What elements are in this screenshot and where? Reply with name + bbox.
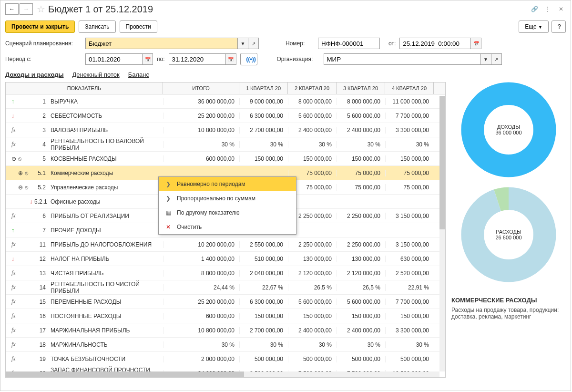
col-total[interactable]: ИТОГО bbox=[163, 83, 239, 94]
cell-q3[interactable]: 5 600 000,00 bbox=[337, 113, 385, 119]
cell-q4[interactable]: 30 % bbox=[385, 141, 434, 148]
calendar-icon[interactable]: 📅 bbox=[471, 38, 481, 49]
cell-q1[interactable]: 2 700 000,00 bbox=[239, 127, 288, 134]
cell-q2[interactable]: 2 120 000,00 bbox=[288, 270, 337, 277]
table-row[interactable]: fx14РЕНТАБЕЛЬНОСТЬ ПО ЧИСТОЙ ПРИБЫЛИ24,4… bbox=[6, 280, 445, 295]
link-icon[interactable]: 🔗 bbox=[530, 4, 539, 14]
ctx-even-periods[interactable]: ❯Равномерно по периодам bbox=[159, 177, 296, 191]
cell-q1[interactable]: 9 000 000,00 bbox=[239, 98, 288, 105]
cell-q4[interactable]: 2 520 000,00 bbox=[385, 270, 434, 277]
cell-q2[interactable]: 30 % bbox=[288, 341, 337, 348]
col-q1[interactable]: 1 КВАРТАЛ 20 bbox=[239, 83, 288, 94]
cell-q3[interactable]: 2 400 000,00 bbox=[337, 127, 385, 134]
more-icon[interactable]: ⋮ bbox=[543, 4, 552, 14]
submit-close-button[interactable]: Провести и закрыть bbox=[5, 21, 75, 33]
cell-q3[interactable]: 5 600 000,00 bbox=[337, 299, 385, 305]
cell-q3[interactable]: 500 000,00 bbox=[337, 356, 385, 362]
cell-q1[interactable]: 30 % bbox=[239, 341, 288, 348]
cell-q2[interactable]: 8 000 000,00 bbox=[288, 98, 337, 105]
cell-q2[interactable]: 150 000,00 bbox=[288, 155, 337, 162]
cell-q2[interactable]: 500 000,00 bbox=[288, 356, 337, 362]
cell-q4[interactable]: 150 000,00 bbox=[385, 155, 434, 162]
cell-q4[interactable]: 11 000 000,00 bbox=[385, 98, 434, 105]
table-row[interactable]: fx13ЧИСТАЯ ПРИБЫЛЬ8 800 000,002 040 000,… bbox=[6, 266, 445, 280]
cell-q3[interactable]: 26,5 % bbox=[337, 284, 385, 291]
cell-q2[interactable]: 130 000,00 bbox=[288, 256, 337, 262]
ctx-proportional[interactable]: ❯Пропорционально по суммам bbox=[159, 191, 296, 206]
favorite-icon[interactable]: ☆ bbox=[37, 3, 45, 15]
cell-total[interactable]: 8 800 000,00 bbox=[163, 270, 239, 277]
table-row[interactable]: ↓12НАЛОГ НА ПРИБЫЛЬ1 400 000,00510 000,0… bbox=[6, 252, 445, 266]
cell-q4[interactable]: 75 000,00 bbox=[385, 170, 434, 176]
cell-q1[interactable]: 150 000,00 bbox=[239, 313, 288, 320]
cell-q1[interactable]: 30 % bbox=[239, 141, 288, 148]
cell-q3[interactable]: 150 000,00 bbox=[337, 313, 385, 320]
col-q3[interactable]: 3 КВАРТАЛ 20 bbox=[337, 83, 385, 94]
dropdown-icon[interactable]: ▼ bbox=[481, 53, 491, 65]
date-input[interactable] bbox=[399, 38, 471, 49]
cell-q4[interactable]: 3 150 000,00 bbox=[385, 213, 434, 219]
table-row[interactable]: fx17МАРЖИНАЛЬНАЯ ПРИБЫЛЬ10 800 000,002 7… bbox=[6, 323, 445, 338]
cell-q1[interactable]: 510 000,00 bbox=[239, 256, 288, 262]
tab-income-expenses[interactable]: Доходы и расходы bbox=[5, 71, 64, 78]
cell-q2[interactable]: 2 250 000,00 bbox=[288, 241, 337, 248]
cell-q1[interactable]: 22,67 % bbox=[239, 284, 288, 291]
cell-q3[interactable]: 30 % bbox=[337, 141, 385, 148]
table-row[interactable]: ↓2СЕБЕСТОИМОСТЬ25 200 000,006 300 000,00… bbox=[6, 109, 445, 123]
cell-q2[interactable]: 5 600 000,00 bbox=[288, 299, 337, 305]
dropdown-icon[interactable]: ▼ bbox=[238, 38, 248, 49]
cell-q4[interactable]: 30 % bbox=[385, 341, 434, 348]
number-input[interactable] bbox=[318, 38, 380, 49]
table-row[interactable]: fx19ТОЧКА БЕЗУБЫТОЧНОСТИ2 000 000,00500 … bbox=[6, 352, 445, 366]
calendar-icon[interactable]: 📅 bbox=[143, 53, 153, 65]
cell-total[interactable]: 1 400 000,00 bbox=[163, 256, 239, 262]
cell-total[interactable]: 10 200 000,00 bbox=[163, 241, 239, 248]
cell-total[interactable]: 25 200 000,00 bbox=[163, 299, 239, 305]
col-indicator[interactable]: ПОКАЗАТЕЛЬ bbox=[6, 83, 163, 94]
cell-q2[interactable]: 30 % bbox=[288, 141, 337, 148]
cell-q2[interactable]: 2 400 000,00 bbox=[288, 327, 337, 334]
help-button[interactable]: ? bbox=[552, 21, 566, 33]
back-button[interactable]: ← bbox=[5, 3, 19, 15]
cell-q2[interactable]: 5 600 000,00 bbox=[288, 113, 337, 119]
scenario-input[interactable] bbox=[85, 38, 238, 49]
cell-q2[interactable]: 26,5 % bbox=[288, 284, 337, 291]
cell-q3[interactable]: 2 250 000,00 bbox=[337, 241, 385, 248]
cell-q2[interactable]: 75 000,00 bbox=[288, 170, 337, 176]
cell-total[interactable]: 30 % bbox=[163, 341, 239, 348]
cell-q1[interactable]: 2 700 000,00 bbox=[239, 327, 288, 334]
cell-q4[interactable]: 7 700 000,00 bbox=[385, 113, 434, 119]
table-row[interactable]: fx16ПОСТОЯННЫЕ РАСХОДЫ600 000,00150 000,… bbox=[6, 309, 445, 323]
cell-q4[interactable]: 75 000,00 bbox=[385, 184, 434, 191]
cell-total[interactable]: 2 000 000,00 bbox=[163, 356, 239, 362]
cell-q1[interactable]: 2 040 000,00 bbox=[239, 270, 288, 277]
cell-q4[interactable]: 630 000,00 bbox=[385, 256, 434, 262]
broadcast-button[interactable]: ((•)) bbox=[240, 53, 257, 65]
table-row[interactable]: fx3ВАЛОВАЯ ПРИБЫЛЬ10 800 000,002 700 000… bbox=[6, 123, 445, 137]
submit-button[interactable]: Провести bbox=[120, 21, 157, 33]
table-row[interactable]: ↑1ВЫРУЧКА36 000 000,009 000 000,008 000 … bbox=[6, 94, 445, 109]
cell-q3[interactable]: 150 000,00 bbox=[337, 155, 385, 162]
cell-q3[interactable]: 8 000 000,00 bbox=[337, 98, 385, 105]
cell-q1[interactable]: 150 000,00 bbox=[239, 155, 288, 162]
expand-icon[interactable]: ⊕ bbox=[18, 170, 23, 176]
forward-button[interactable]: → bbox=[20, 3, 33, 15]
table-row[interactable]: fx11ПРИБЫЛЬ ДО НАЛОГООБЛОЖЕНИЯ10 200 000… bbox=[6, 237, 445, 252]
cell-q3[interactable]: 2 120 000,00 bbox=[337, 270, 385, 277]
cell-q4[interactable]: 3 150 000,00 bbox=[385, 241, 434, 248]
save-button[interactable]: Записать bbox=[79, 21, 115, 33]
scrollbar-horizontal[interactable] bbox=[6, 371, 439, 377]
tab-balance[interactable]: Баланс bbox=[128, 71, 149, 78]
cell-total[interactable]: 25 200 000,00 bbox=[163, 113, 239, 119]
open-icon[interactable]: ↗ bbox=[491, 53, 502, 65]
period-to-input[interactable] bbox=[169, 53, 226, 65]
col-q4[interactable]: 4 КВАРТАЛ 20 bbox=[385, 83, 434, 94]
cell-q4[interactable]: 3 300 000,00 bbox=[385, 327, 434, 334]
cell-q3[interactable]: 75 000,00 bbox=[337, 184, 385, 191]
period-from-input[interactable] bbox=[85, 53, 143, 65]
org-input[interactable] bbox=[324, 53, 481, 65]
col-q2[interactable]: 2 КВАРТАЛ 20 bbox=[288, 83, 337, 94]
tab-cash-flow[interactable]: Денежный поток bbox=[72, 71, 120, 78]
cell-q1[interactable]: 500 000,00 bbox=[239, 356, 288, 362]
cell-total[interactable]: 24,44 % bbox=[163, 284, 239, 291]
